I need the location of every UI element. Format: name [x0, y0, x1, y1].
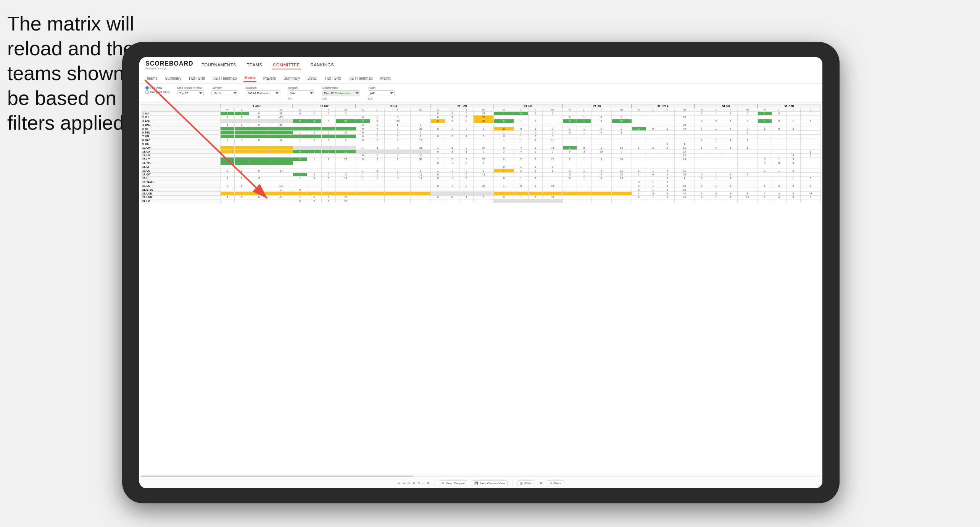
- uo-dif: Dif: [542, 108, 563, 112]
- ucb-l: L: [445, 108, 459, 112]
- refresh-button[interactable]: ⟳: [408, 482, 410, 485]
- col-24uo: 24. UO: [494, 104, 563, 108]
- team-filter: Team (All) (All): [368, 86, 395, 100]
- zoom-out-button[interactable]: ⊙: [417, 482, 420, 485]
- uu-l: L: [709, 108, 723, 112]
- uw-dif: Dif: [335, 108, 356, 112]
- zoom-in-button[interactable]: ⊕: [413, 482, 415, 485]
- ucla-dif: Dif: [674, 108, 695, 112]
- share-icon: ↗: [550, 482, 552, 485]
- su-l: L: [577, 108, 591, 112]
- uw-t: T: [321, 108, 335, 112]
- settings-button[interactable]: ⚙: [427, 482, 429, 485]
- uo-w: W: [494, 108, 514, 112]
- share-button[interactable]: ↗ Share: [547, 480, 564, 486]
- nav-tournaments[interactable]: TOURNAMENTS: [201, 61, 237, 69]
- col-10uw: 10. UW: [293, 104, 356, 108]
- su-t: T: [591, 108, 611, 112]
- view-original-button[interactable]: 👁 View: Original: [439, 480, 467, 486]
- ua-dif: Dif: [411, 108, 431, 112]
- col-54uu: 54. UU: [695, 104, 758, 108]
- watch-button[interactable]: ◎ Watch: [517, 480, 535, 486]
- undo-button[interactable]: ↩: [398, 482, 400, 485]
- eye-icon: 👁: [442, 482, 445, 485]
- nav-items: TOURNAMENTS TEAMS COMMITTEE RANKINGS: [201, 61, 335, 69]
- col-57osu: 57. OSU: [758, 104, 820, 108]
- logo-title: SCOREBOARD: [145, 60, 193, 67]
- target-button[interactable]: ○: [422, 482, 424, 485]
- ucb-dif: Dif: [474, 108, 494, 112]
- team-select[interactable]: (All): [368, 90, 395, 96]
- uo-l: L: [514, 108, 528, 112]
- ucb-w: W: [431, 108, 445, 112]
- subnav-h2hheatmap2[interactable]: H2H Heatmap: [348, 75, 373, 82]
- watch-label: Watch: [524, 482, 532, 485]
- redo-button[interactable]: ↪: [403, 482, 405, 485]
- uu-w: W: [695, 108, 709, 112]
- osu-w: W: [758, 108, 772, 112]
- ucb-t: T: [459, 108, 474, 112]
- uu-dif: Dif: [737, 108, 758, 112]
- subnav-detail[interactable]: Detail: [307, 75, 318, 82]
- ua-t: T: [384, 108, 411, 112]
- uu-t: T: [723, 108, 737, 112]
- save-icon: 💾: [474, 482, 478, 485]
- ua-l: L: [370, 108, 384, 112]
- ucla-w: W: [632, 108, 646, 112]
- uo-t: T: [528, 108, 542, 112]
- col-31ucla: 31. UCLA: [632, 104, 695, 108]
- ucla-t: T: [660, 108, 674, 112]
- history-buttons: ↩ ↪ ⟳ ⊕ ⊙ ○ ⚙: [398, 482, 429, 485]
- team-label: Team: [368, 86, 395, 90]
- share-label: Share: [553, 482, 561, 485]
- conference-label: Conference: [322, 86, 360, 90]
- conference-select[interactable]: Pac-12 Conference (All): [322, 90, 360, 96]
- col-22ucb: 22. UCB: [431, 104, 494, 108]
- subnav-matrix2[interactable]: Matrix: [380, 75, 392, 82]
- ua-w: W: [356, 108, 370, 112]
- col-27su: 27. SU: [563, 104, 632, 108]
- save-custom-label: Save Custom View: [479, 482, 505, 485]
- su-w: W: [563, 108, 577, 112]
- horizontal-scrollbar[interactable]: [141, 476, 821, 477]
- svg-line-1: [145, 80, 267, 198]
- osu-d: D: [800, 108, 820, 112]
- nav-committee[interactable]: COMMITTEE: [272, 61, 301, 69]
- save-custom-button[interactable]: 💾 Save Custom View: [472, 480, 508, 486]
- grid-button[interactable]: ⊞: [540, 482, 542, 485]
- toolbar-divider-2: [512, 480, 513, 486]
- subnav-h2hgrid2[interactable]: H2H Grid: [324, 75, 342, 82]
- toolbar-divider-1: [434, 480, 434, 486]
- nav-rankings[interactable]: RANKINGS: [310, 61, 335, 69]
- view-original-label: View: Original: [446, 482, 464, 485]
- osu-t: T: [786, 108, 800, 112]
- ucla-l: L: [646, 108, 660, 112]
- bottom-toolbar: ↩ ↪ ⟳ ⊕ ⊙ ○ ⚙ 👁 View: Original 💾 Save Cu…: [139, 478, 822, 488]
- uw-l: L: [307, 108, 321, 112]
- su-dif: Dif: [611, 108, 632, 112]
- watch-icon: ◎: [520, 482, 522, 485]
- conference-filter: Conference Pac-12 Conference (All) (All): [322, 86, 360, 100]
- nav-teams[interactable]: TEAMS: [246, 61, 263, 69]
- osu-l: L: [772, 108, 786, 112]
- col-11ua: 11. UA: [356, 104, 430, 108]
- annotation-arrow: [107, 69, 298, 214]
